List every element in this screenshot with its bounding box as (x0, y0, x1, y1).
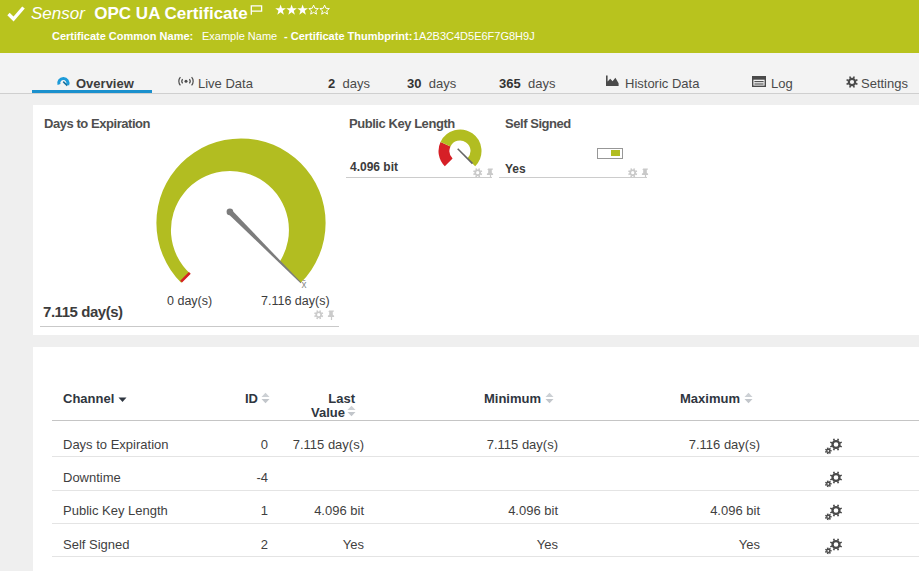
svg-text:x̄: x̄ (302, 279, 307, 290)
